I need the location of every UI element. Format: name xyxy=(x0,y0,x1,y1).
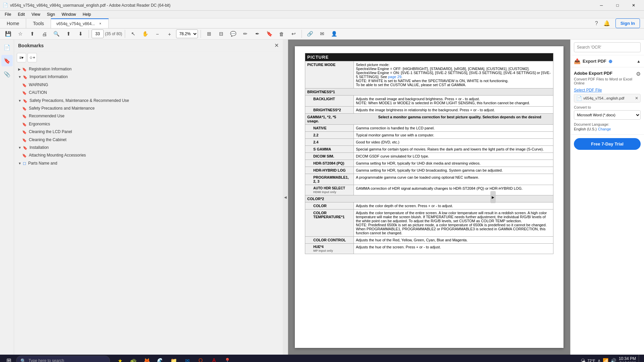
zoom-out-button[interactable]: − xyxy=(152,28,163,39)
pdf-file-remove-button[interactable]: ✕ xyxy=(635,96,638,101)
minimize-button[interactable]: ─ xyxy=(594,0,609,11)
select-pdf-link[interactable]: Select PDF File xyxy=(574,88,641,93)
show-desktop-button[interactable] xyxy=(639,355,641,362)
zoom-select[interactable]: 78.2% xyxy=(176,29,198,38)
scroll-right-arrow[interactable]: ▶ xyxy=(490,191,496,203)
tray-arrow-icon[interactable]: ∧ xyxy=(597,358,601,362)
maximize-button[interactable]: □ xyxy=(610,0,625,11)
taskbar-app-office[interactable]: O xyxy=(195,355,207,362)
bookmark-expand-parts[interactable]: ▼ xyxy=(18,161,21,166)
cursor-tool-button[interactable]: ↖ xyxy=(128,28,139,39)
export-collapse-icon[interactable]: ▲ xyxy=(637,59,641,64)
bookmark-item-warning[interactable]: 🔖 WARNING xyxy=(14,81,283,89)
search-button[interactable]: 🔍 xyxy=(51,28,62,39)
panel-collapse-handle[interactable]: ◀ xyxy=(283,40,288,355)
download-button[interactable]: ⬇ xyxy=(75,28,86,39)
app-icon: 📄 xyxy=(3,3,8,8)
bookmark-item-safety[interactable]: ▼ 🔖 Safety Precautions, Maintenance & Re… xyxy=(14,97,283,105)
tab-tools[interactable]: Tools xyxy=(26,18,51,28)
upload2-button[interactable]: ⬆ xyxy=(63,28,74,39)
sign-in-button[interactable]: Sign In xyxy=(615,18,640,28)
tray-temp[interactable]: 72°F xyxy=(587,359,595,362)
taskbar-app-3[interactable]: 🦊 xyxy=(141,355,153,362)
bookmark-expand-safety[interactable]: ▼ xyxy=(18,99,21,103)
taskbar-app-adobe[interactable]: A xyxy=(208,355,220,362)
highlight-button[interactable]: ✏ xyxy=(240,28,251,39)
fit-page-button[interactable]: ⊞ xyxy=(204,28,214,39)
tray-network-icon[interactable]: 📶 xyxy=(603,358,608,362)
bookmarks-add-button[interactable]: ☆+ xyxy=(28,53,37,62)
page-input[interactable] xyxy=(92,29,104,38)
bookmarks-icon-button[interactable]: 🔖 xyxy=(1,55,13,66)
bookmark-item-safety-maint[interactable]: 🔖 Safety Precautions and Maintenance xyxy=(14,105,283,112)
menu-file[interactable]: File xyxy=(1,11,14,18)
bookmark-item-cleaning-lcd[interactable]: 🔖 Cleaning the LCD Panel xyxy=(14,128,283,136)
taskbar-app-2[interactable]: 🐢 xyxy=(127,355,140,362)
separator-1 xyxy=(89,30,89,38)
bookmark-item-ergonomics[interactable]: 🔖 Ergonomics xyxy=(14,120,283,128)
email-button[interactable]: ✉ xyxy=(317,28,327,39)
zoom-in-button[interactable]: + xyxy=(164,28,175,39)
menu-edit[interactable]: Edit xyxy=(14,11,28,18)
bookmark-item-cleaning-cabinet[interactable]: 🔖 Cleaning the Cabinet xyxy=(14,136,283,144)
start-button[interactable]: ⊞ xyxy=(3,355,15,362)
save-button[interactable]: 💾 xyxy=(3,28,13,39)
free-trial-button[interactable]: Free 7-Day Trial xyxy=(574,138,641,150)
menu-sign[interactable]: Sign xyxy=(44,11,58,18)
bookmark-button[interactable]: ☆ xyxy=(15,28,25,39)
bookmark-expand-installation[interactable]: ▼ xyxy=(18,145,21,150)
taskbar-app-1[interactable]: ★ xyxy=(114,355,126,362)
menu-view[interactable]: View xyxy=(28,11,44,18)
fit-width-button[interactable]: ⊟ xyxy=(216,28,226,39)
help-icon[interactable]: ? xyxy=(595,20,598,26)
print-button[interactable]: 🖨 xyxy=(39,28,50,39)
bookmark-item-registration[interactable]: ▶ 🔖 Registration Information xyxy=(14,65,283,73)
bookmark-item-mounting[interactable]: 🔖 Attaching Mounting Accessories xyxy=(14,152,283,159)
bookmark-item-installation[interactable]: ▼ 🔖 Installation xyxy=(14,144,283,152)
bookmark-expand-important[interactable]: ▼ xyxy=(18,75,21,79)
bookmark-text-mounting: Attaching Mounting Accessories xyxy=(29,153,280,158)
tray-weather-icon[interactable]: 🌤 xyxy=(581,358,585,362)
taskbar-app-files[interactable]: 📁 xyxy=(168,355,180,362)
page-input-group: (35 of 80) xyxy=(92,29,122,38)
adobe-export-settings-icon[interactable]: ⚙ xyxy=(636,71,641,77)
attachments-icon-button[interactable]: 📎 xyxy=(1,68,13,80)
taskbar-clock[interactable]: 10:34 PM 7/15/2022 xyxy=(619,356,636,362)
bookmarks-view-button[interactable]: ≡▾ xyxy=(17,53,26,62)
tray-volume-icon[interactable]: 🔊 xyxy=(610,358,616,362)
bookmark-icon-important: 🔖 xyxy=(23,75,28,80)
draw-button[interactable]: ✒ xyxy=(252,28,263,39)
delete-button[interactable]: 🗑 xyxy=(276,28,287,39)
pages-icon-button[interactable]: 📄 xyxy=(1,42,13,53)
menu-help[interactable]: Help xyxy=(79,11,95,18)
ocr-search-input[interactable] xyxy=(574,42,641,52)
cell-dicom-desc: DICOM GSDF curve simulated for LCD type. xyxy=(354,153,553,160)
bookmark-item-caution[interactable]: 🔖 CAUTION xyxy=(14,89,283,97)
taskbar-app-edge[interactable]: 🌊 xyxy=(154,355,166,362)
hand-tool-button[interactable]: ✋ xyxy=(140,28,151,39)
tab-home[interactable]: Home xyxy=(0,18,26,28)
taskbar-search-box[interactable]: 🔍 Type here to search xyxy=(16,356,110,362)
close-button[interactable]: ✕ xyxy=(626,0,641,11)
taskbar-right: 🌤 72°F ∧ 📶 🔊 10:34 PM 7/15/2022 xyxy=(581,355,641,362)
undo-button[interactable]: ↩ xyxy=(288,28,299,39)
account-button[interactable]: 👤 xyxy=(329,28,339,39)
tab-document[interactable]: v654q_v754q_v864... × xyxy=(51,18,109,28)
upload-button[interactable]: ⬆ xyxy=(27,28,38,39)
tab-close-button[interactable]: × xyxy=(98,21,103,26)
taskbar-app-mail[interactable]: ✉ xyxy=(181,355,193,362)
taskbar-app-maps[interactable]: 📍 xyxy=(221,355,233,362)
bookmark-item-recommended[interactable]: 🔖 Recommended Use xyxy=(14,112,283,120)
bookmark-item-parts[interactable]: ▼ ☐ Parts Name and xyxy=(14,160,283,167)
bookmark-expand-registration[interactable]: ▶ xyxy=(18,67,21,72)
stamp-button[interactable]: 🔖 xyxy=(264,28,275,39)
notification-icon[interactable]: 🔔 xyxy=(603,20,610,26)
bookmark-item-important[interactable]: ▼ 🔖 Important Information xyxy=(14,73,283,81)
doc-lang-change-link[interactable]: Change xyxy=(598,127,611,131)
share-button[interactable]: 🔗 xyxy=(305,28,315,39)
bookmarks-close-button[interactable]: ✕ xyxy=(274,42,279,49)
convert-format-select[interactable]: Microsoft Word (*.docx) Microsoft Excel … xyxy=(574,110,641,120)
menu-window[interactable]: Window xyxy=(58,11,79,18)
cell-hue-desc: Adjusts the hue of the screen. Press + o… xyxy=(354,244,553,254)
comment-button[interactable]: 💬 xyxy=(228,28,238,39)
